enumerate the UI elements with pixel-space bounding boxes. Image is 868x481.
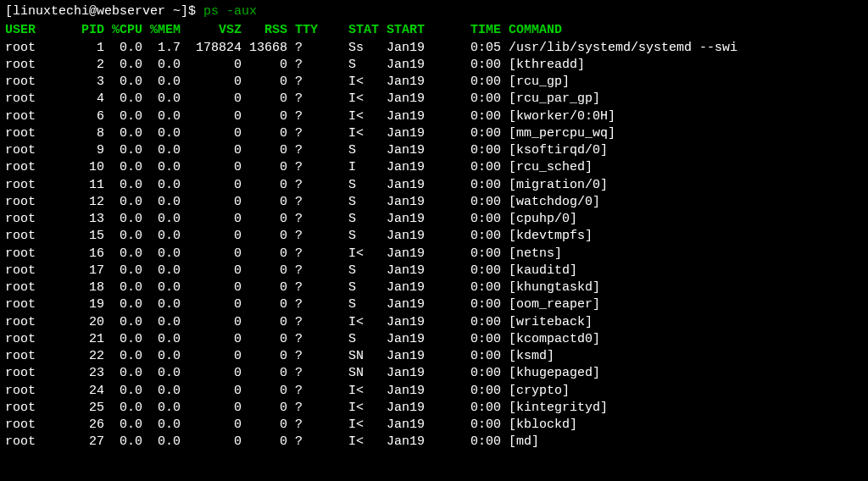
cell-cpu: 0.0 — [104, 142, 142, 159]
cell-vsz: 0 — [181, 159, 242, 176]
cell-user: root — [5, 177, 43, 194]
cell-pid: 17 — [43, 263, 104, 279]
cell-start: Jan19 — [387, 91, 432, 108]
table-row: root30.00.000?I<Jan190:00[rcu_gp] — [5, 74, 863, 91]
cell-command: [crypto] — [501, 383, 570, 400]
cell-tty: ? — [287, 142, 318, 159]
cell-tty: ? — [287, 211, 318, 228]
cell-start: Jan19 — [387, 108, 432, 125]
cell-time: 0:00 — [432, 331, 501, 348]
cell-time: 0:05 — [432, 40, 501, 57]
cell-vsz: 0 — [181, 348, 242, 365]
cell-vsz: 0 — [181, 91, 242, 108]
cell-mem: 1.7 — [142, 40, 181, 57]
cell-command: [kdevtmpfs] — [501, 228, 593, 245]
cell-user: root — [5, 296, 43, 313]
cell-command: [watchdog/0] — [501, 194, 600, 211]
cell-command: [kworker/0:0H] — [501, 108, 615, 125]
table-row: root220.00.000?SNJan190:00[ksmd] — [5, 348, 863, 365]
cell-mem: 0.0 — [142, 263, 181, 279]
cell-cpu: 0.0 — [104, 40, 142, 57]
prompt-command[interactable]: ps -aux — [203, 4, 257, 19]
cell-stat: I< — [318, 125, 387, 142]
cell-pid: 25 — [43, 400, 104, 417]
table-row: root270.00.000?I<Jan190:00[md] — [5, 434, 863, 451]
cell-mem: 0.0 — [142, 400, 181, 417]
cell-cpu: 0.0 — [104, 400, 142, 417]
cell-pid: 1 — [43, 40, 104, 57]
cell-start: Jan19 — [387, 194, 432, 211]
cell-user: root — [5, 331, 43, 348]
cell-rss: 0 — [242, 331, 287, 348]
cell-rss: 0 — [242, 434, 287, 451]
cell-cpu: 0.0 — [104, 211, 142, 228]
cell-tty: ? — [287, 159, 318, 176]
cell-rss: 0 — [242, 246, 287, 263]
cell-mem: 0.0 — [142, 246, 181, 263]
cell-vsz: 0 — [181, 434, 242, 451]
hdr-command: COMMAND — [501, 22, 562, 39]
cell-vsz: 0 — [181, 417, 242, 434]
cell-tty: ? — [287, 383, 318, 400]
cell-user: root — [5, 246, 43, 263]
cell-user: root — [5, 383, 43, 400]
cell-tty: ? — [287, 263, 318, 279]
cell-mem: 0.0 — [142, 142, 181, 159]
cell-user: root — [5, 228, 43, 245]
hdr-mem: %MEM — [142, 22, 181, 39]
cell-command: [mm_percpu_wq] — [501, 125, 615, 142]
table-row: root170.00.000?SJan190:00[kauditd] — [5, 263, 863, 279]
cell-user: root — [5, 365, 43, 382]
cell-tty: ? — [287, 40, 318, 57]
cell-user: root — [5, 74, 43, 91]
cell-pid: 26 — [43, 417, 104, 434]
cell-time: 0:00 — [432, 211, 501, 228]
table-row: root100.00.000?IJan190:00[rcu_sched] — [5, 159, 863, 176]
ps-rows-container: root10.01.717882413668?SsJan190:05/usr/l… — [5, 40, 863, 451]
cell-time: 0:00 — [432, 91, 501, 108]
cell-user: root — [5, 57, 43, 74]
cell-rss: 0 — [242, 91, 287, 108]
cell-time: 0:00 — [432, 400, 501, 417]
cell-user: root — [5, 417, 43, 434]
cell-stat: I< — [318, 417, 387, 434]
cell-rss: 0 — [242, 314, 287, 331]
cell-mem: 0.0 — [142, 74, 181, 91]
ps-header-row: USERPID%CPU%MEMVSZRSSTTYSTATSTARTTIMECOM… — [5, 22, 863, 39]
cell-user: root — [5, 348, 43, 365]
cell-rss: 13668 — [242, 40, 287, 57]
cell-pid: 27 — [43, 434, 104, 451]
cell-cpu: 0.0 — [104, 159, 142, 176]
cell-vsz: 0 — [181, 263, 242, 279]
cell-start: Jan19 — [387, 383, 432, 400]
cell-pid: 8 — [43, 125, 104, 142]
cell-tty: ? — [287, 246, 318, 263]
cell-start: Jan19 — [387, 400, 432, 417]
cell-tty: ? — [287, 314, 318, 331]
cell-stat: S — [318, 296, 387, 313]
cell-pid: 24 — [43, 383, 104, 400]
cell-tty: ? — [287, 177, 318, 194]
cell-start: Jan19 — [387, 348, 432, 365]
cell-pid: 21 — [43, 331, 104, 348]
cell-pid: 6 — [43, 108, 104, 125]
table-row: root40.00.000?I<Jan190:00[rcu_par_gp] — [5, 91, 863, 108]
cell-stat: I< — [318, 314, 387, 331]
cell-stat: I — [318, 159, 387, 176]
table-row: root180.00.000?SJan190:00[khungtaskd] — [5, 279, 863, 296]
cell-time: 0:00 — [432, 125, 501, 142]
cell-user: root — [5, 211, 43, 228]
cell-vsz: 0 — [181, 365, 242, 382]
cell-vsz: 0 — [181, 279, 242, 296]
cell-tty: ? — [287, 348, 318, 365]
cell-start: Jan19 — [387, 417, 432, 434]
cell-pid: 9 — [43, 142, 104, 159]
table-row: root240.00.000?I<Jan190:00[crypto] — [5, 383, 863, 400]
cell-cpu: 0.0 — [104, 365, 142, 382]
cell-pid: 23 — [43, 365, 104, 382]
cell-pid: 3 — [43, 74, 104, 91]
cell-tty: ? — [287, 91, 318, 108]
cell-tty: ? — [287, 74, 318, 91]
cell-rss: 0 — [242, 177, 287, 194]
cell-rss: 0 — [242, 211, 287, 228]
